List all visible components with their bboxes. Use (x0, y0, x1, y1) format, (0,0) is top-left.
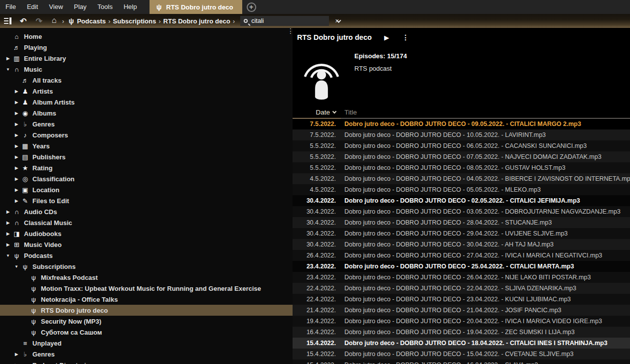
expander-icon[interactable]: ▶ (12, 144, 20, 148)
kebab-menu-icon[interactable]: ⋮ (402, 33, 409, 41)
expander-icon[interactable]: ▶ (12, 100, 20, 105)
expander-icon[interactable]: ▶ (12, 199, 20, 203)
sidebar-item-podcast-directories[interactable]: ▶◗Podcast Directories (0, 360, 293, 364)
episode-row[interactable]: 23.4.2022.Dobro jutro deco - DOBRO JUTRO… (293, 272, 630, 283)
episode-row[interactable]: 16.4.2022.Dobro jutro deco - DOBRO JUTRO… (293, 327, 630, 338)
tab-rts-dobro-jutro-deco[interactable]: ψ RTS Dobro jutro deco (150, 0, 242, 14)
sidebar-item-security-now-mp3-[interactable]: ψSecurity Now (MP3) (0, 316, 293, 327)
expander-icon[interactable]: ▶ (12, 111, 20, 116)
sidebar-item-podcasts[interactable]: ▼ψPodcasts (0, 250, 293, 261)
episode-row[interactable]: 23.4.2022.Dobro jutro deco - DOBRO JUTRO… (293, 261, 630, 272)
sidebar-item-artists[interactable]: ▶♟Artists (0, 86, 293, 97)
menu-item-play[interactable]: Play (68, 0, 92, 14)
document-icon: ▤ (20, 153, 30, 161)
episode-row[interactable]: 4.5.2022.Dobro jutro deco - DOBRO JUTRO … (293, 173, 630, 184)
sidebar-item-mixfreaks-podcast[interactable]: ψMixfreaks Podcast (0, 272, 293, 283)
sidebar-toggle-icon[interactable] (4, 17, 11, 24)
menu-item-view[interactable]: View (43, 0, 68, 14)
episode-row[interactable]: 5.5.2022.Dobro jutro deco - DOBRO JUTRO … (293, 140, 630, 151)
menu-item-help[interactable]: Help (118, 0, 143, 14)
breadcrumb-item-podcasts[interactable]: Podcasts (76, 17, 107, 25)
sidebar-item-publishers[interactable]: ▶▤Publishers (0, 151, 293, 162)
sidebar-item-albums[interactable]: ▶◉Albums (0, 108, 293, 119)
sidebar-item-files-to-edit[interactable]: ▶✎Files to Edit (0, 195, 293, 206)
expander-icon[interactable]: ▶ (4, 221, 12, 225)
episode-row[interactable]: 30.4.2022.Dobro jutro deco - DOBRO JUTRO… (293, 195, 630, 206)
menu-item-file[interactable]: File (0, 0, 21, 14)
search-input[interactable] (251, 17, 331, 24)
sidebar-item-music[interactable]: ▼∩Music (0, 64, 293, 75)
sidebar-item-rts-dobro-jutro-deco[interactable]: ψRTS Dobro jutro deco (0, 305, 293, 316)
expander-icon[interactable]: ▼ (4, 253, 12, 258)
home-icon[interactable]: ⌂ (52, 16, 57, 25)
sidebar-item-motion-traxx-upbeat-workout-music-for-running-and-general-exercise[interactable]: ψMotion Traxx: Upbeat Workout Music for … (0, 283, 293, 294)
breadcrumb-item-rts-dobro-jutro-deco[interactable]: RTS Dobro jutro deco (162, 17, 231, 25)
sidebar-item-years[interactable]: ▶▦Years (0, 140, 293, 151)
episode-row[interactable]: 30.4.2022.Dobro jutro deco - DOBRO JUTRO… (293, 239, 630, 250)
episode-row[interactable]: 4.5.2022.Dobro jutro deco - DOBRO JUTRO … (293, 184, 630, 195)
sidebar-item-audiobooks[interactable]: ▶◨Audiobooks (0, 228, 293, 239)
forward-icon[interactable]: ↷ (35, 16, 42, 26)
expander-icon[interactable]: ▶ (4, 232, 12, 236)
expander-icon[interactable]: ▶ (4, 243, 12, 247)
expander-icon[interactable]: ▶ (12, 352, 20, 357)
episode-row[interactable]: 15.4.2022.Dobro jutro deco - DOBRO JUTRO… (293, 338, 630, 349)
sidebar-item-classification[interactable]: ▶◎Classification (0, 173, 293, 184)
episode-row[interactable]: 30.4.2022.Dobro jutro deco - DOBRO JUTRO… (293, 228, 630, 239)
episode-row[interactable]: 30.4.2022.Dobro jutro deco - DOBRO JUTRO… (293, 217, 630, 228)
episode-row[interactable]: 30.4.2022.Dobro jutro deco - DOBRO JUTRO… (293, 206, 630, 217)
sidebar-item-music-video[interactable]: ▶⊞Music Video (0, 239, 293, 250)
play-button[interactable]: ▶ (384, 34, 389, 41)
menu-item-edit[interactable]: Edit (21, 0, 43, 14)
sidebar-item-суботом-са-сашом[interactable]: ψСуботом са Сашом (0, 327, 293, 338)
panel-grip-icon[interactable]: ⋮ (287, 29, 294, 33)
expander-icon[interactable]: ▶ (12, 188, 20, 192)
search-box[interactable]: × (240, 16, 329, 26)
sidebar-item-location[interactable]: ▶▣Location (0, 184, 293, 195)
sidebar-item-genres[interactable]: ▶♭Genres (0, 349, 293, 360)
episode-row[interactable]: 26.4.2022.Dobro jutro deco - DOBRO JUTRO… (293, 250, 630, 261)
sidebar-item-album-artists[interactable]: ▶♟Album Artists (0, 97, 293, 108)
episode-row[interactable]: 15.4.2022.Dobro jutro deco - DOBRO JUTRO… (293, 360, 630, 364)
expander-icon[interactable]: ▶ (12, 166, 20, 170)
expander-icon[interactable]: ▶ (4, 56, 12, 61)
episode-row[interactable]: 21.4.2022.Dobro jutro deco - DOBRO JUTRO… (293, 305, 630, 316)
sidebar-item-home[interactable]: ⌂Home (0, 31, 293, 42)
episode-row[interactable]: 7.5.2022.Dobro jutro deco - DOBRO JUTRO … (293, 119, 630, 129)
sidebar-item-all-tracks[interactable]: ♬All tracks (0, 75, 293, 86)
sidebar-item-composers[interactable]: ▶♪Composers (0, 129, 293, 140)
column-header-date[interactable]: Date (293, 106, 341, 119)
new-tab-button[interactable]: + (247, 2, 256, 12)
column-header-title[interactable]: Title (341, 106, 630, 119)
sidebar-item-genres[interactable]: ▶♭Genres (0, 119, 293, 129)
breadcrumb-item-subscriptions[interactable]: Subscriptions (112, 17, 158, 25)
episode-row[interactable]: 19.4.2022.Dobro jutro deco - DOBRO JUTRO… (293, 316, 630, 327)
episode-row[interactable]: 22.4.2022.Dobro jutro deco - DOBRO JUTRO… (293, 294, 630, 305)
expander-icon[interactable]: ▶ (12, 177, 20, 181)
expander-icon[interactable]: ▶ (12, 122, 20, 126)
episode-row[interactable]: 22.4.2022.Dobro jutro deco - DOBRO JUTRO… (293, 283, 630, 294)
music-icon: ∩ (12, 208, 21, 216)
playing-icon: ♬ (20, 77, 30, 84)
sidebar-item-audio-cds[interactable]: ▶∩Audio CDs (0, 206, 293, 217)
back-icon[interactable]: ↶ (20, 16, 26, 26)
sidebar-item-playing[interactable]: ♬Playing (0, 42, 293, 53)
sidebar-item-netokracija-office-talks[interactable]: ψNetokracija - Office Talks (0, 294, 293, 305)
episode-row[interactable]: 15.4.2022.Dobro jutro deco - DOBRO JUTRO… (293, 349, 630, 360)
episode-row[interactable]: 5.5.2022.Dobro jutro deco - DOBRO JUTRO … (293, 162, 630, 173)
sidebar-item-subscriptions[interactable]: ▼ψSubscriptions (0, 261, 293, 272)
expander-icon[interactable]: ▼ (12, 264, 20, 269)
menu-item-tools[interactable]: Tools (92, 0, 118, 14)
sidebar-item-unplayed[interactable]: ≡Unplayed (0, 338, 293, 349)
sidebar-item-rating[interactable]: ▶★Rating (0, 162, 293, 173)
expander-icon[interactable]: ▶ (12, 89, 20, 94)
episode-row[interactable]: 7.5.2022.Dobro jutro deco - DOBRO JUTRO … (293, 129, 630, 140)
sidebar-item-classical-music[interactable]: ▶∩Classical Music (0, 217, 293, 228)
episode-row[interactable]: 5.5.2022.Dobro jutro deco - DOBRO JUTRO … (293, 151, 630, 162)
expander-icon[interactable]: ▶ (4, 210, 12, 214)
expander-icon[interactable]: ▶ (12, 133, 20, 137)
expander-icon[interactable]: ▼ (4, 67, 12, 72)
sidebar-item-entire-library[interactable]: ▶▥Entire Library (0, 53, 293, 64)
expander-icon[interactable]: ▶ (12, 155, 20, 159)
episode-title: Dobro jutro deco - DOBRO JUTRO DECO - 22… (341, 285, 630, 292)
